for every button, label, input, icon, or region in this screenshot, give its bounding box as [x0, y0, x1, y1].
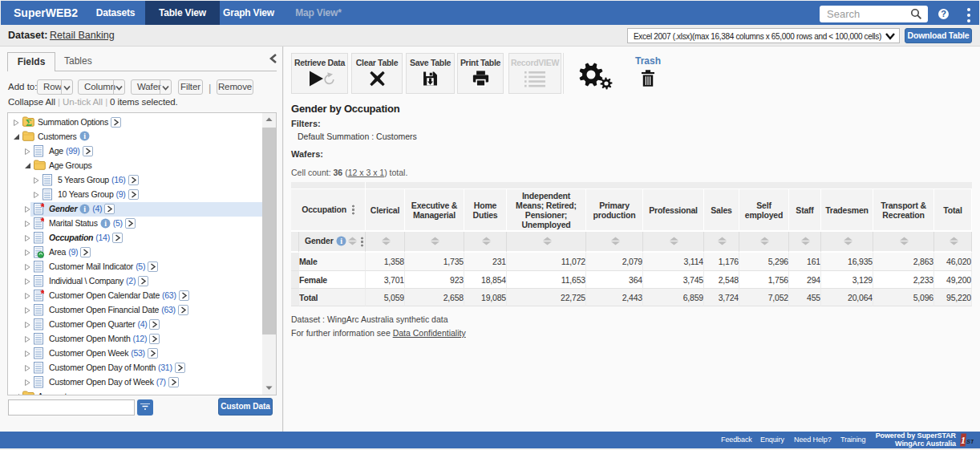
svg-text:Σ: Σ — [26, 117, 32, 127]
svg-text:i: i — [340, 237, 342, 245]
svg-text:ST: ST — [966, 438, 974, 445]
svg-text:1: 1 — [961, 435, 966, 446]
